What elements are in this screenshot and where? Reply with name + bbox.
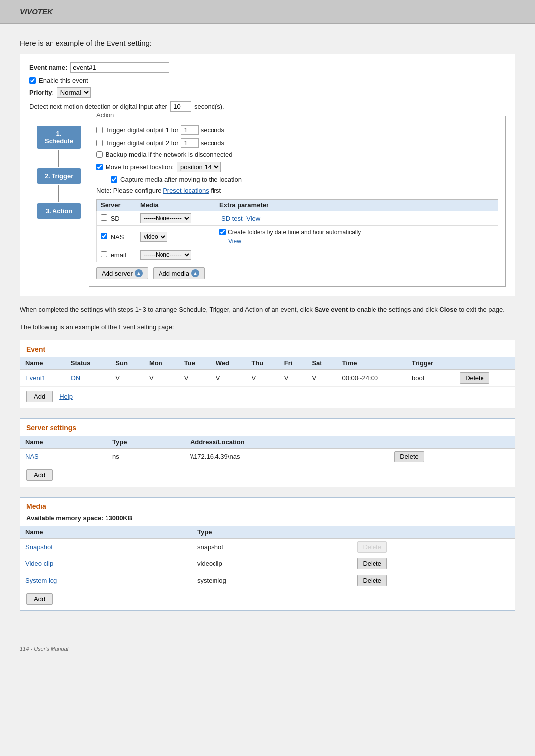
email-label: email [111, 252, 126, 259]
sd-test-link[interactable]: SD test [221, 215, 243, 222]
snapshot-delete-button[interactable]: Delete [357, 541, 387, 553]
event-name-input[interactable] [70, 62, 169, 73]
backup-checkbox[interactable] [96, 151, 103, 158]
trigger2-unit: seconds [201, 139, 224, 147]
event1-link[interactable]: Event1 [25, 374, 45, 382]
trigger2-input[interactable] [181, 138, 199, 148]
media-row-snapshot: Snapshot snapshot Delete [20, 538, 515, 555]
event1-status[interactable]: ON [71, 374, 81, 382]
prose1-bold1: Save event [314, 306, 348, 313]
event-row-event1: Event1 ON V V V V V V V 00:00~24:00 boot… [20, 369, 515, 386]
note-text: Note: Please configure [96, 187, 163, 194]
prose1-mid: to enable the settings and click [350, 306, 438, 313]
sd-checkbox[interactable] [101, 214, 107, 221]
server-panel-legend: Server settings [26, 424, 515, 432]
media-panel: Media Available memory space: 13000KB Na… [20, 497, 515, 611]
step-arrow-2 [58, 185, 59, 202]
event-help-link[interactable]: Help [59, 393, 73, 400]
content-area: Here is an example of the Event setting:… [0, 24, 535, 641]
trigger1-checkbox[interactable] [96, 127, 103, 133]
event-col-time: Time [337, 357, 407, 370]
prose1-bold2: Close [439, 306, 457, 313]
capture-label: Capture media after moving to the locati… [120, 176, 242, 183]
media-table: Name Type Snapshot snapshot Delete Video… [20, 526, 515, 589]
nas-folder-checkbox[interactable] [219, 229, 226, 235]
nas-media-select[interactable]: video [140, 232, 167, 242]
nas-checkbox[interactable] [101, 233, 107, 239]
capture-checkbox[interactable] [111, 176, 117, 183]
sm-col-media: Media [136, 200, 215, 211]
trigger2-checkbox[interactable] [96, 140, 103, 146]
media-row-videoclip: Video clip videoclip Delete [20, 555, 515, 572]
add-server-button[interactable]: Add server ▲ [96, 267, 148, 279]
event1-delete-button[interactable]: Delete [460, 372, 489, 384]
enable-checkbox[interactable] [29, 77, 36, 84]
preset-label: Move to preset location: [106, 163, 174, 171]
trigger-output2-row: Trigger digital output 2 for seconds [96, 138, 498, 148]
detect-label: Detect next motion detection or digital … [29, 103, 167, 110]
event-table-header-row: Name Status Sun Mon Tue Wed Thu Fri Sat … [20, 357, 515, 370]
server-col-action [389, 436, 515, 449]
server-settings-panel: Server settings Name Type Address/Locati… [20, 418, 515, 487]
event-col-thu: Thu [246, 357, 279, 370]
server-nas-delete-button[interactable]: Delete [394, 451, 424, 462]
videoclip-delete-button[interactable]: Delete [357, 558, 387, 569]
nas-label: NAS [111, 233, 124, 241]
event-col-status: Status [66, 357, 111, 370]
detect-input[interactable] [170, 101, 191, 112]
systemlog-link[interactable]: System log [25, 577, 57, 584]
media-add-button[interactable]: Add [26, 593, 53, 605]
sd-view-link[interactable]: View [246, 215, 260, 222]
steps-action-layout: 1. Schedule 2. Trigger 3. Action Action [29, 116, 506, 287]
nas-folder-label: Create folders by date time and hour aut… [228, 228, 361, 237]
trigger1-input[interactable] [181, 125, 199, 135]
server-panel-bottom: Add [20, 465, 515, 481]
server-add-button[interactable]: Add [26, 469, 53, 481]
sd-media-select[interactable]: ------None------ [140, 213, 191, 223]
priority-label: Priority: [29, 89, 54, 96]
step-schedule[interactable]: 1. Schedule [37, 126, 81, 149]
backup-label: Backup media if the network is disconnec… [106, 151, 233, 158]
capture-row: Capture media after moving to the locati… [111, 176, 498, 183]
prose-paragraph-1: When completed the settings with steps 1… [20, 305, 515, 315]
preset-locations-link[interactable]: Preset locations [163, 187, 209, 194]
brand-logo: VIVOTEK [20, 7, 53, 16]
step-arrow-1 [58, 150, 59, 167]
event-add-button[interactable]: Add [26, 391, 53, 402]
server-col-type: Type [107, 436, 185, 449]
sm-col-extra: Extra parameter [215, 200, 498, 211]
event-col-sat: Sat [307, 357, 337, 370]
priority-select[interactable]: Normal [57, 87, 91, 98]
action-column: Action Trigger digital output 1 for seco… [89, 116, 506, 287]
email-checkbox[interactable] [101, 251, 107, 257]
server-header-row: Name Type Address/Location [20, 436, 515, 449]
videoclip-link[interactable]: Video clip [25, 560, 53, 567]
server-nas-link[interactable]: NAS [25, 453, 39, 460]
event-panel-bottom: Add Help [20, 387, 515, 402]
preset-select[interactable]: position 14 [177, 162, 221, 172]
systemlog-delete-button[interactable]: Delete [357, 575, 387, 586]
page-footer: 114 - User's Manual [0, 641, 535, 656]
snapshot-link[interactable]: Snapshot [25, 543, 53, 551]
add-media-button[interactable]: Add media ▲ [153, 267, 205, 279]
backup-row: Backup media if the network is disconnec… [96, 151, 498, 158]
step-trigger[interactable]: 2. Trigger [37, 168, 81, 184]
preset-checkbox[interactable] [96, 164, 103, 170]
nas-view-link[interactable]: View [228, 238, 241, 245]
server-media-table: Server Media Extra parameter [96, 199, 498, 262]
preset-row: Move to preset location: position 14 [96, 162, 498, 172]
step-action[interactable]: 3. Action [37, 203, 81, 219]
trigger2-label: Trigger digital output 2 for [106, 139, 179, 147]
sd-label: SD [111, 215, 120, 222]
prose-paragraph-2: The following is an example of the Event… [20, 322, 515, 333]
priority-row: Priority: Normal [29, 87, 506, 98]
email-media-select[interactable]: ------None------ [140, 250, 191, 260]
sm-row-email: email ------None------ [97, 248, 498, 262]
server-col-name: Name [20, 436, 107, 449]
media-header-row: Name Type [20, 526, 515, 539]
top-bar: VIVOTEK [0, 0, 535, 24]
trigger-output1-row: Trigger digital output 1 for seconds [96, 125, 498, 135]
media-col-type: Type [192, 526, 352, 539]
event-panel: Event Name Status Sun Mon Tue Wed Thu Fr… [20, 340, 515, 408]
event-name-row: Event name: [29, 62, 506, 73]
